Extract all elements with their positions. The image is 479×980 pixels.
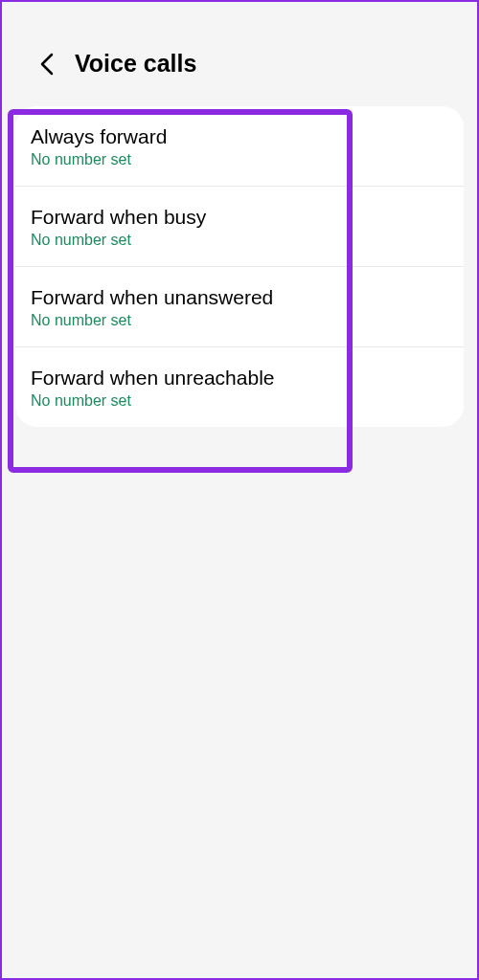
item-subtitle: No number set xyxy=(31,232,448,249)
page-title: Voice calls xyxy=(75,50,196,78)
item-title: Forward when busy xyxy=(31,206,448,229)
back-icon[interactable] xyxy=(36,54,57,75)
header: Voice calls xyxy=(2,2,477,100)
item-subtitle: No number set xyxy=(31,312,448,329)
forwarding-list: Always forward No number set Forward whe… xyxy=(15,106,464,427)
list-item-always-forward[interactable]: Always forward No number set xyxy=(15,106,464,187)
item-title: Forward when unreachable xyxy=(31,367,448,390)
item-subtitle: No number set xyxy=(31,392,448,410)
item-title: Always forward xyxy=(31,125,448,148)
list-item-forward-busy[interactable]: Forward when busy No number set xyxy=(15,187,464,267)
list-item-forward-unanswered[interactable]: Forward when unanswered No number set xyxy=(15,267,464,347)
item-title: Forward when unanswered xyxy=(31,286,448,309)
list-item-forward-unreachable[interactable]: Forward when unreachable No number set xyxy=(15,347,464,427)
item-subtitle: No number set xyxy=(31,151,448,168)
